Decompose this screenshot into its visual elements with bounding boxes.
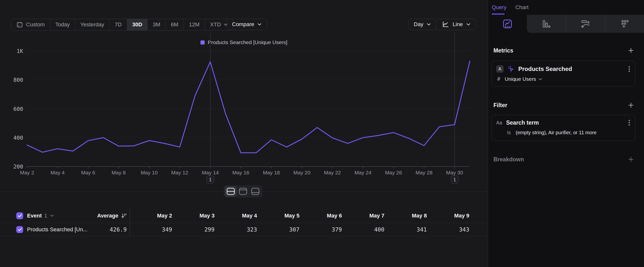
series-line[interactable] xyxy=(27,61,470,153)
event-sparkle-icon xyxy=(508,66,514,72)
layout-chart-only-button[interactable] xyxy=(237,186,249,196)
table-header-row: Event 1 Average May 2May 3May 4May 5May … xyxy=(0,208,488,223)
metric-kebab-menu[interactable] xyxy=(628,66,630,72)
x-axis-label: May 20 xyxy=(294,170,310,175)
x-axis-label: May 28 xyxy=(416,170,432,175)
y-axis-label: 200 xyxy=(13,164,23,170)
sort-descending-icon[interactable] xyxy=(121,213,127,219)
table-day-value: 343 xyxy=(427,226,469,233)
layout-table-focus-button[interactable] xyxy=(250,186,261,196)
table-focus-icon xyxy=(251,188,260,195)
line-chart[interactable]: 1K80060040020011May 2May 4May 6May 8May … xyxy=(0,0,488,187)
x-axis-label: May 10 xyxy=(141,170,158,175)
filter-kebab-menu[interactable] xyxy=(628,119,630,126)
table-day-headers: May 2May 3May 4May 5May 6May 7May 8May 9 xyxy=(130,212,469,219)
aggregation-dropdown[interactable]: Unique Users xyxy=(505,76,542,82)
add-filter-button[interactable] xyxy=(628,102,634,108)
table-day-header: May 5 xyxy=(257,212,300,219)
layout-toggle-group xyxy=(224,185,262,197)
flows-icon xyxy=(581,19,590,29)
retention-icon xyxy=(620,19,630,29)
table-day-values: 349299323307379400341343 xyxy=(130,226,469,233)
filter-operator[interactable]: Is xyxy=(507,130,511,135)
add-breakdown-button[interactable] xyxy=(628,156,634,163)
query-builder-panel: Query Chart xyxy=(488,0,644,267)
annotation-badge[interactable]: 1 xyxy=(207,176,214,183)
metric-card[interactable]: A Products Searched # Unique Users xyxy=(492,61,636,86)
annotation-badge[interactable]: 1 xyxy=(451,176,458,183)
event-column-header[interactable]: Event xyxy=(27,212,42,219)
report-type-tab-panel xyxy=(527,15,644,33)
x-axis-label: May 18 xyxy=(263,170,280,175)
table-day-value: 379 xyxy=(299,226,342,233)
table-day-header: May 8 xyxy=(384,212,427,219)
y-axis-label: 600 xyxy=(13,106,23,112)
report-type-tabs xyxy=(488,15,644,33)
table-column-divider xyxy=(130,208,130,236)
metric-event-name: Products Searched xyxy=(518,66,572,72)
filter-property-name: Search term xyxy=(506,119,539,126)
table-day-header: May 6 xyxy=(299,212,342,219)
x-axis-label: May 2 xyxy=(20,170,34,175)
breakdown-title: Breakdown xyxy=(494,156,524,163)
table-day-value: 341 xyxy=(384,226,427,233)
metric-letter-badge: A xyxy=(496,65,504,73)
table-day-value: 323 xyxy=(214,226,257,233)
filter-section-header: Filter xyxy=(494,101,634,109)
table-day-header: May 4 xyxy=(214,212,257,219)
table-day-header: May 2 xyxy=(130,212,172,219)
breakdown-section-header: Breakdown xyxy=(494,155,634,164)
metrics-title: Metrics xyxy=(494,47,514,54)
select-all-checkbox[interactable] xyxy=(16,212,23,219)
x-axis-label: May 4 xyxy=(51,170,65,175)
table-day-value: 400 xyxy=(342,226,384,233)
table-day-value: 307 xyxy=(257,226,300,233)
y-axis-label: 800 xyxy=(13,77,23,83)
table-day-header: May 7 xyxy=(342,212,384,219)
property-type-badge: Aa xyxy=(496,120,502,126)
average-column-header[interactable]: Average xyxy=(97,212,118,219)
aggregation-prefix: # xyxy=(497,76,500,82)
y-axis-label: 1K xyxy=(17,48,23,54)
filter-card[interactable]: Aa Search term Is (empty string), Air pu… xyxy=(492,115,636,141)
x-axis-label: May 8 xyxy=(112,170,126,175)
filter-title: Filter xyxy=(494,102,507,109)
x-axis-label: May 30 xyxy=(446,170,463,175)
y-axis-label: 400 xyxy=(13,135,23,141)
insights-report-panel: Custom Today Yesterday 7D 30D 3M 6M 12M … xyxy=(0,0,488,267)
x-axis-label: May 22 xyxy=(324,170,341,175)
table-row: Products Searched [Un... 426.9 349299323… xyxy=(0,223,488,236)
report-type-funnels-tab[interactable] xyxy=(527,15,566,33)
report-type-flows-tab[interactable] xyxy=(566,15,605,33)
layout-split-view-button[interactable] xyxy=(225,186,237,196)
filter-value[interactable]: (empty string), Air purifier, or 11 more xyxy=(516,130,597,135)
chart-only-icon xyxy=(239,188,247,195)
chevron-down-icon[interactable] xyxy=(50,214,54,217)
x-axis-label: May 24 xyxy=(354,170,372,175)
table-day-value: 349 xyxy=(130,226,172,233)
insights-icon xyxy=(502,19,512,29)
x-axis-label: May 26 xyxy=(385,170,402,175)
panel-tabs: Query Chart xyxy=(488,0,529,15)
report-type-insights-tab[interactable] xyxy=(488,15,527,33)
active-tab-underline xyxy=(492,14,504,15)
x-axis-label: May 16 xyxy=(232,170,250,175)
svg-text:1: 1 xyxy=(453,177,456,182)
tab-query[interactable]: Query xyxy=(492,0,506,15)
table-day-header: May 9 xyxy=(427,212,469,219)
split-view-icon xyxy=(226,188,235,195)
table-day-value: 299 xyxy=(172,226,215,233)
event-count: 1 xyxy=(44,212,47,219)
add-metric-button[interactable] xyxy=(628,47,634,54)
series-checkbox[interactable] xyxy=(16,226,23,233)
report-type-retention-tab[interactable] xyxy=(605,15,644,33)
metrics-section-header: Metrics xyxy=(494,46,634,55)
svg-text:1: 1 xyxy=(209,177,212,182)
tab-chart[interactable]: Chart xyxy=(515,0,529,15)
table-day-header: May 3 xyxy=(172,212,215,219)
funnels-icon xyxy=(542,19,551,29)
series-average-value: 426.9 xyxy=(110,226,127,233)
x-axis-label: May 12 xyxy=(171,170,188,175)
x-axis-label: May 14 xyxy=(202,170,219,175)
x-axis-label: May 6 xyxy=(81,170,95,175)
